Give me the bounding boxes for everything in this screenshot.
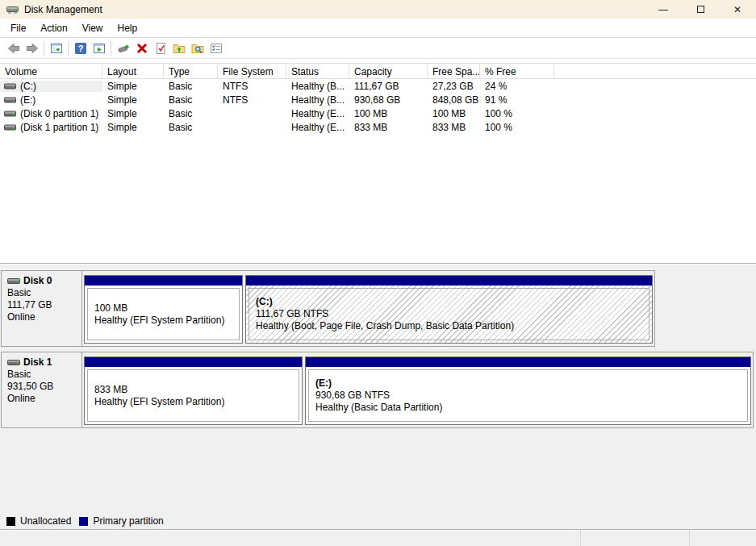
partition-size: 833 MB	[94, 384, 299, 396]
volume-drive-icon	[4, 123, 16, 131]
disk-size: 931,50 GB	[7, 381, 80, 393]
disk-1-partitions: 833 MB Healthy (EFI System Partition) (E…	[82, 352, 753, 427]
cell-free-space: 833 MB	[428, 122, 480, 133]
column-header-free-space[interactable]: Free Spa...	[428, 64, 480, 78]
cell-layout: Simple	[102, 81, 164, 92]
column-header-type[interactable]: Type	[164, 64, 218, 78]
cell-type: Basic	[164, 94, 218, 106]
cell-free-space: 848,08 GB	[428, 94, 480, 106]
disk-0-band: Disk 0 Basic 111,77 GB Online 100 MB Hea…	[1, 270, 655, 347]
status-bar	[0, 529, 756, 546]
disk-1-info-panel[interactable]: Disk 1 Basic 931,50 GB Online	[2, 352, 82, 427]
action-pane-icon	[93, 42, 106, 55]
volume-name: (C:)	[20, 81, 36, 92]
disk-status: Online	[7, 393, 80, 405]
delete-icon	[136, 42, 148, 55]
partition-title: (C:)	[256, 296, 649, 308]
help-button[interactable]: ?	[71, 40, 90, 57]
volume-drive-icon	[4, 96, 16, 104]
legend-bar: Unallocated Primary partition	[0, 513, 756, 529]
cell-percent-free: 91 %	[480, 94, 554, 106]
title-bar: Disk Management — ✕	[0, 0, 756, 19]
check-document-button[interactable]	[151, 40, 169, 57]
show-console-tree-button[interactable]	[47, 40, 65, 57]
column-header-percent-free[interactable]: % Free	[480, 64, 554, 78]
svg-text:?: ?	[77, 44, 83, 53]
back-button[interactable]	[4, 40, 23, 57]
volume-row-disk0-partition1[interactable]: (Disk 0 partition 1) Simple Basic Health…	[0, 106, 756, 120]
column-header-file-system[interactable]: File System	[218, 64, 286, 78]
volume-row-c[interactable]: (C:) Simple Basic NTFS Healthy (B... 111…	[0, 79, 756, 93]
primary-partition-swatch	[79, 517, 88, 526]
cell-free-space: 27,23 GB	[428, 81, 480, 92]
column-header-layout[interactable]: Layout	[102, 64, 164, 78]
folder-up-button[interactable]	[169, 40, 188, 57]
volume-list-header: Volume Layout Type File System Status Ca…	[0, 63, 756, 79]
column-header-capacity[interactable]: Capacity	[349, 64, 428, 78]
cell-layout: Simple	[102, 108, 164, 119]
disk-name: Disk 1	[23, 356, 52, 368]
partition-color-bar	[85, 357, 302, 367]
console-tree-icon	[50, 42, 63, 55]
disk-management-app-icon	[6, 4, 19, 15]
cell-capacity: 111,67 GB	[349, 81, 428, 92]
folder-search-icon	[191, 42, 204, 55]
help-icon: ?	[74, 42, 87, 55]
disk-1-band: Disk 1 Basic 931,50 GB Online 833 MB Hea…	[1, 352, 754, 428]
partition-status: Healthy (Boot, Page File, Crash Dump, Ba…	[256, 320, 649, 332]
cell-percent-free: 100 %	[480, 122, 554, 133]
menu-action[interactable]: Action	[33, 20, 74, 36]
volume-name: (Disk 0 partition 1)	[20, 108, 98, 119]
partition-status: Healthy (Basic Data Partition)	[315, 402, 747, 414]
delete-volume-button[interactable]	[132, 40, 151, 57]
cell-status: Healthy (B...	[286, 94, 349, 106]
partition-status: Healthy (EFI System Partition)	[94, 315, 239, 327]
cell-capacity: 833 MB	[349, 122, 428, 133]
graphical-view: Disk 0 Basic 111,77 GB Online 100 MB Hea…	[0, 263, 756, 513]
legend-primary-partition: Primary partition	[79, 515, 163, 527]
task-list-button[interactable]	[207, 40, 225, 57]
cell-layout: Simple	[102, 94, 164, 106]
unallocated-swatch	[6, 517, 15, 526]
disk-0-partitions: 100 MB Healthy (EFI System Partition) (C…	[82, 271, 654, 346]
minimize-button[interactable]: —	[645, 0, 682, 19]
legend-label: Unallocated	[20, 515, 71, 527]
cell-layout: Simple	[102, 122, 164, 133]
volume-list: Volume Layout Type File System Status Ca…	[0, 59, 756, 263]
device-tool-button[interactable]	[114, 40, 132, 57]
menu-file[interactable]: File	[3, 20, 33, 36]
disk-status: Online	[7, 311, 80, 323]
disk-0-efi-partition[interactable]: 100 MB Healthy (EFI System Partition)	[84, 275, 243, 344]
disk-0-c-partition[interactable]: (C:) 111,67 GB NTFS Healthy (Boot, Page …	[245, 275, 653, 344]
column-header-filler	[554, 64, 756, 78]
toolbar-separator	[68, 41, 69, 56]
cell-capacity: 930,68 GB	[349, 94, 428, 106]
toolbar: ?	[0, 38, 756, 59]
volume-name: (Disk 1 partition 1)	[20, 122, 98, 133]
show-action-pane-button[interactable]	[90, 40, 108, 57]
disk-0-info-panel[interactable]: Disk 0 Basic 111,77 GB Online	[2, 271, 82, 346]
task-list-icon	[210, 42, 223, 55]
disk-name: Disk 0	[23, 275, 52, 286]
disk-1-e-partition[interactable]: (E:) 930,68 GB NTFS Healthy (Basic Data …	[305, 356, 751, 425]
forward-button[interactable]	[23, 40, 41, 57]
folder-search-button[interactable]	[188, 40, 207, 57]
cell-file-system: NTFS	[218, 81, 286, 92]
partition-size: 930,68 GB NTFS	[315, 390, 747, 402]
disk-1-efi-partition[interactable]: 833 MB Healthy (EFI System Partition)	[84, 356, 303, 425]
toolbar-separator	[111, 41, 111, 56]
column-header-status[interactable]: Status	[286, 64, 349, 78]
partition-color-bar	[246, 276, 652, 286]
cell-file-system: NTFS	[218, 94, 286, 106]
menu-view[interactable]: View	[75, 20, 111, 36]
forward-icon	[26, 42, 39, 55]
volume-row-disk1-partition1[interactable]: (Disk 1 partition 1) Simple Basic Health…	[0, 120, 756, 134]
volume-name: (E:)	[20, 94, 36, 106]
close-button[interactable]: ✕	[719, 0, 756, 19]
volume-row-e[interactable]: (E:) Simple Basic NTFS Healthy (B... 930…	[0, 93, 756, 106]
maximize-button[interactable]	[682, 0, 719, 19]
cell-free-space: 100 MB	[428, 108, 480, 119]
column-header-volume[interactable]: Volume	[0, 64, 102, 78]
menu-help[interactable]: Help	[111, 20, 145, 36]
cell-capacity: 100 MB	[349, 108, 428, 119]
